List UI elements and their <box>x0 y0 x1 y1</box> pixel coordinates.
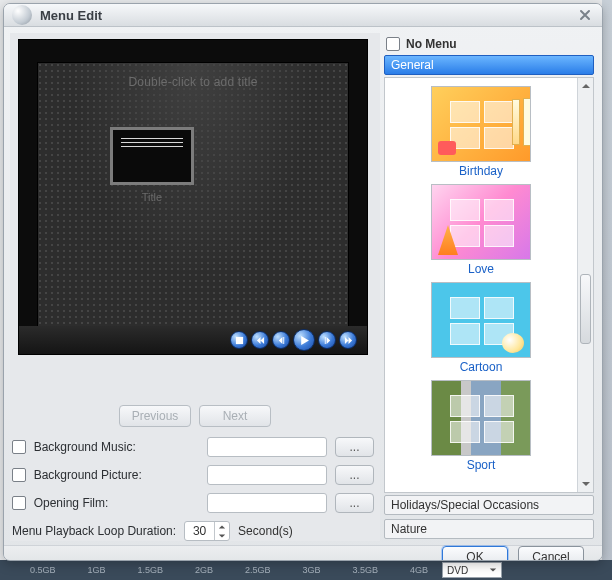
scroll-track[interactable] <box>578 94 593 476</box>
opening-film-row: Opening Film: ... <box>12 493 374 513</box>
step-fwd-button[interactable] <box>318 331 336 349</box>
category-nature[interactable]: Nature <box>384 519 594 539</box>
template-birthday-thumb <box>431 86 531 162</box>
bg-music-row: Background Music: ... <box>12 437 374 457</box>
loop-duration-spinner[interactable]: 30 <box>184 521 230 541</box>
page-nav: Previous Next <box>10 405 380 427</box>
bg-picture-row: Background Picture: ... <box>12 465 374 485</box>
rewind-button[interactable] <box>251 331 269 349</box>
preview-pane: Double-click to add title Title <box>10 33 380 541</box>
opening-film-checkbox[interactable] <box>12 496 26 510</box>
template-birthday[interactable]: Birthday <box>431 86 531 178</box>
background-app-edge <box>602 0 612 580</box>
scroll-up-button[interactable] <box>578 78 593 94</box>
no-menu-row: No Menu <box>382 35 596 53</box>
template-cartoon-thumb <box>431 282 531 358</box>
no-menu-checkbox[interactable] <box>386 37 400 51</box>
templates-scroll: Birthday Love Cartoon Sport <box>384 77 594 493</box>
template-sport-caption: Sport <box>467 458 496 472</box>
title-hint[interactable]: Double-click to add title <box>38 75 348 89</box>
dialog-footer: OK Cancel <box>4 545 602 561</box>
template-love-caption: Love <box>468 262 494 276</box>
template-love[interactable]: Love <box>431 184 531 276</box>
preview-frame[interactable]: Double-click to add title Title <box>18 39 368 355</box>
template-birthday-caption: Birthday <box>459 164 503 178</box>
spin-down[interactable] <box>215 531 229 540</box>
loop-duration-label: Menu Playback Loop Duration: <box>12 524 176 538</box>
fast-fwd-button[interactable] <box>339 331 357 349</box>
scroll-thumb[interactable] <box>580 274 591 344</box>
bg-picture-label: Background Picture: <box>34 468 199 482</box>
svg-rect-0 <box>235 336 242 343</box>
bg-picture-checkbox[interactable] <box>12 468 26 482</box>
step-back-button[interactable] <box>272 331 290 349</box>
bg-picture-field[interactable] <box>207 465 327 485</box>
opening-film-browse[interactable]: ... <box>335 493 374 513</box>
options-group: Background Music: ... Background Picture… <box>10 437 380 541</box>
cancel-button[interactable]: Cancel <box>518 546 584 561</box>
template-love-thumb <box>431 184 531 260</box>
template-cartoon-caption: Cartoon <box>460 360 503 374</box>
close-icon <box>578 8 592 22</box>
play-button[interactable] <box>293 329 315 351</box>
ok-button[interactable]: OK <box>442 546 508 561</box>
templates-list: Birthday Love Cartoon Sport <box>385 78 577 492</box>
templates-scrollbar[interactable] <box>577 78 593 492</box>
close-button[interactable] <box>572 4 598 26</box>
stop-button[interactable] <box>230 331 248 349</box>
template-cartoon[interactable]: Cartoon <box>431 282 531 374</box>
opening-film-field[interactable] <box>207 493 327 513</box>
no-menu-label: No Menu <box>406 37 457 51</box>
scroll-down-button[interactable] <box>578 476 593 492</box>
app-icon <box>12 5 32 25</box>
spin-buttons <box>214 522 229 540</box>
preview-stage: Double-click to add title Title <box>37 62 349 336</box>
bg-music-checkbox[interactable] <box>12 440 26 454</box>
next-page-button[interactable]: Next <box>199 405 271 427</box>
spin-up[interactable] <box>215 522 229 531</box>
background-size-scale: 0.5GB 1GB 1.5GB 2GB 2.5GB 3GB 3.5GB 4GB … <box>0 560 612 580</box>
background-disc-combo: DVD <box>442 562 502 578</box>
chapter-caption[interactable]: Title <box>110 191 194 203</box>
loop-duration-row: Menu Playback Loop Duration: 30 Second(s… <box>12 521 374 541</box>
transport-bar <box>19 326 367 354</box>
category-holidays[interactable]: Holidays/Special Occasions <box>384 495 594 515</box>
titlebar: Menu Edit <box>4 4 602 27</box>
templates-pane: No Menu General Birthday Love <box>382 33 596 541</box>
bg-music-field[interactable] <box>207 437 327 457</box>
template-sport[interactable]: Sport <box>431 380 531 472</box>
menu-edit-window: Menu Edit Double-click to add title Titl… <box>3 3 603 561</box>
bg-music-label: Background Music: <box>34 440 199 454</box>
category-general-label: General <box>391 58 434 72</box>
opening-film-label: Opening Film: <box>34 496 199 510</box>
category-general[interactable]: General <box>384 55 594 75</box>
bg-picture-browse[interactable]: ... <box>335 465 374 485</box>
loop-duration-value: 30 <box>185 524 214 538</box>
category-nature-label: Nature <box>391 522 427 536</box>
template-sport-thumb <box>431 380 531 456</box>
category-holidays-label: Holidays/Special Occasions <box>391 498 539 512</box>
bg-music-browse[interactable]: ... <box>335 437 374 457</box>
previous-page-button[interactable]: Previous <box>119 405 191 427</box>
loop-duration-unit: Second(s) <box>238 524 293 538</box>
chapter-thumbnail[interactable] <box>110 127 194 185</box>
window-title: Menu Edit <box>40 8 102 23</box>
